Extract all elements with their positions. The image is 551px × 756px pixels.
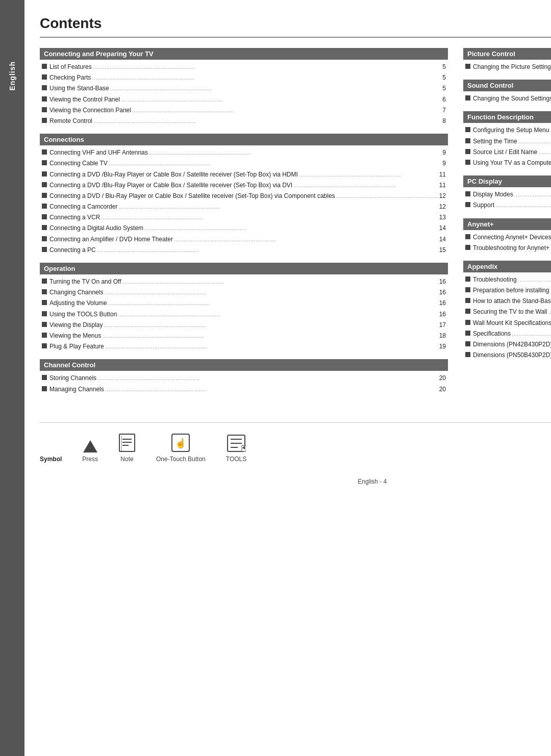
section-header-operation: Operation (40, 263, 448, 274)
list-item: Dimensions (PN50B430P2D)................… (465, 350, 551, 361)
list-item: Viewing the Control Panel...............… (42, 94, 446, 105)
bullet-icon (465, 341, 470, 346)
bullet-icon (42, 333, 47, 338)
tools-caption: TOOLS (226, 456, 246, 463)
bullet-icon (465, 149, 470, 154)
symbol-section: Symbol Press Note ☝ (40, 422, 551, 463)
bullet-icon (42, 118, 47, 123)
bullet-icon (465, 309, 470, 314)
svg-text:☝: ☝ (175, 438, 187, 449)
list-item: Changing Channels.......................… (42, 287, 446, 298)
section-header-pc-display: PC Display (463, 175, 551, 187)
list-item: Using the TOOLS Button..................… (42, 309, 446, 320)
bullet-icon (42, 85, 47, 90)
main-content: Contents Connecting and Preparing Your T… (24, 0, 551, 756)
section-items-pc-display: Display Modes...........................… (463, 189, 551, 211)
list-item: Connecting a DVD /Blu-Ray Player or Cabl… (42, 169, 446, 180)
section-function-description: Function Description Configuring the Set… (463, 111, 551, 168)
bullet-icon (42, 375, 47, 380)
bullet-icon (42, 214, 47, 219)
list-item: Preparation before installing the Wall-M… (465, 285, 551, 296)
bullet-icon (465, 276, 470, 282)
section-header-channel-control: Channel Control (40, 359, 448, 371)
section-header-connecting-preparing: Connecting and Preparing Your TV (40, 48, 448, 60)
list-item: Troubleshooting for Anynet+.............… (465, 243, 551, 254)
bullet-icon (42, 322, 47, 327)
list-item: Connecting Cable TV.....................… (42, 158, 446, 169)
bullet-icon (42, 96, 47, 102)
list-item: Turning the TV On and Off...............… (42, 276, 446, 287)
list-item: Managing Channels.......................… (42, 384, 446, 395)
section-connections: Connections Connecting VHF and UHF Anten… (40, 134, 448, 256)
bullet-icon (42, 149, 47, 155)
footer-text: English - 4 (358, 478, 387, 485)
bullet-icon (42, 74, 47, 80)
bullet-icon (42, 236, 47, 241)
section-connecting-preparing: Connecting and Preparing Your TV List of… (40, 48, 448, 127)
bullet-icon (465, 95, 470, 100)
right-column: Picture Control Changing the Picture Set… (463, 48, 551, 402)
section-items-operation: Turning the TV On and Off...............… (40, 276, 448, 352)
symbol-one-touch: ☝ One-Touch Button (156, 433, 206, 463)
bullet-icon (42, 343, 47, 348)
symbol-press: Press (82, 440, 98, 463)
section-header-appendix: Appendix (463, 261, 551, 272)
one-touch-icon: ☝ (171, 433, 190, 452)
page-wrapper: English Contents Connecting and Preparin… (0, 0, 551, 756)
bullet-icon (42, 289, 47, 294)
bullet-icon (465, 320, 470, 325)
list-item: List of Features........................… (42, 62, 446, 72)
press-icon (83, 440, 97, 452)
section-header-connections: Connections (40, 134, 448, 145)
section-header-function-description: Function Description (463, 111, 551, 123)
section-header-sound-control: Sound Control (463, 80, 551, 91)
bullet-icon (42, 204, 47, 209)
bullet-icon (465, 245, 470, 250)
bullet-icon (42, 311, 47, 316)
bullet-icon (465, 331, 470, 336)
list-item: How to attach the Stand-Base............… (465, 296, 551, 307)
list-item: Plug & Play Feature.....................… (42, 341, 446, 352)
list-item: Connecting a Digital Audio System.......… (42, 223, 446, 234)
list-item: Connecting VHF and UHF Antennas.........… (42, 147, 446, 158)
section-items-function-description: Configuring the Setup Menu..............… (463, 125, 551, 168)
bullet-icon (465, 64, 470, 69)
section-items-connections: Connecting VHF and UHF Antennas.........… (40, 147, 448, 256)
note-icon (118, 433, 136, 452)
bullet-icon (42, 107, 47, 112)
bullet-icon (465, 138, 470, 143)
tools-icon (227, 434, 246, 452)
list-item: Storing Channels........................… (42, 373, 446, 384)
press-caption: Press (82, 456, 98, 463)
section-items-connecting-preparing: List of Features........................… (40, 62, 448, 127)
list-item: Setting the Time........................… (465, 136, 551, 147)
bullet-icon (42, 171, 47, 177)
list-item: Viewing the Menus.......................… (42, 331, 446, 341)
section-items-anynet: Connecting Anynet+ Devices..............… (463, 232, 551, 254)
bullet-icon (465, 202, 470, 207)
bullet-icon (42, 182, 47, 187)
list-item: Using Your TV as a Computer (PC) Display… (465, 158, 551, 168)
list-item: Connecting a VCR........................… (42, 212, 446, 223)
list-item: Display Modes...........................… (465, 189, 551, 200)
list-item: Source List / Edit Name.................… (465, 147, 551, 158)
bullet-icon (465, 160, 470, 165)
list-item: Wall Mount Kit Specifications (VESA)....… (465, 318, 551, 329)
list-item: Specifications..........................… (465, 329, 551, 339)
section-operation: Operation Turning the TV On and Off.....… (40, 263, 448, 352)
list-item: Securing the TV to the Wall.............… (465, 307, 551, 317)
list-item: Connecting a DVD /Blu-Ray Player or Cabl… (42, 180, 446, 191)
section-items-sound-control: Changing the Sound Settings.............… (463, 93, 551, 104)
section-channel-control: Channel Control Storing Channels........… (40, 359, 448, 394)
bullet-icon (465, 287, 470, 292)
bullet-icon (42, 193, 47, 198)
sidebar-label: English (8, 61, 16, 91)
list-item: Checking Parts..........................… (42, 72, 446, 83)
list-item: Troubleshooting.........................… (465, 274, 551, 285)
bullet-icon (465, 127, 470, 132)
section-appendix: Appendix Troubleshooting................… (463, 261, 551, 361)
section-picture-control: Picture Control Changing the Picture Set… (463, 48, 551, 72)
list-item: Connecting a PC.........................… (42, 245, 446, 256)
list-item: Changing the Picture Settings...........… (465, 62, 551, 72)
list-item: Connecting an Amplifier / DVD Home Theat… (42, 234, 446, 245)
